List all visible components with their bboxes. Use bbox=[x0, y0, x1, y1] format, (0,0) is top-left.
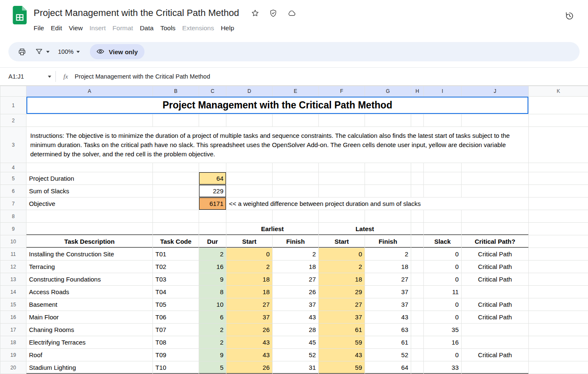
filter-views-button[interactable] bbox=[31, 44, 54, 59]
cell-J12[interactable]: Critical Path bbox=[462, 261, 529, 273]
row-header-3[interactable]: 3 bbox=[0, 127, 26, 163]
cell-A17[interactable]: Chaning Rooms bbox=[26, 324, 153, 336]
column-header-G[interactable]: G bbox=[365, 86, 411, 97]
zoom-control[interactable]: 100% bbox=[54, 44, 84, 59]
name-box[interactable]: A1:J1 bbox=[0, 73, 55, 80]
column-header-H[interactable]: H bbox=[411, 86, 424, 97]
cell-D17[interactable]: 26 bbox=[226, 324, 273, 336]
row-header-18[interactable]: 18 bbox=[0, 336, 26, 349]
row-header-8[interactable]: 8 bbox=[0, 210, 26, 223]
row-header-15[interactable]: 15 bbox=[0, 298, 26, 311]
cell-H16[interactable] bbox=[411, 311, 424, 324]
menu-tools[interactable]: Tools bbox=[157, 23, 179, 33]
cell-E5[interactable] bbox=[273, 172, 319, 185]
menu-data[interactable]: Data bbox=[136, 23, 157, 33]
cell-B6[interactable] bbox=[153, 185, 199, 198]
cell-E10[interactable]: Finish bbox=[273, 235, 319, 248]
row-header-12[interactable]: 12 bbox=[0, 261, 26, 273]
cell-H4[interactable] bbox=[411, 163, 424, 172]
cell-G10[interactable]: Finish bbox=[365, 235, 411, 248]
cell-B10[interactable]: Task Code bbox=[153, 235, 199, 248]
cell-C5[interactable]: 64 bbox=[199, 172, 226, 185]
cell-A3[interactable]: Instructions: The objective is to minimi… bbox=[26, 127, 529, 163]
cell-C8[interactable] bbox=[199, 210, 226, 223]
cell-J6[interactable] bbox=[462, 185, 529, 198]
cell-H12[interactable] bbox=[411, 261, 424, 273]
cell-D8[interactable] bbox=[226, 210, 273, 223]
cell-B19[interactable]: T09 bbox=[153, 349, 199, 361]
cell-E2[interactable] bbox=[273, 114, 319, 127]
cell-G14[interactable]: 37 bbox=[365, 286, 411, 298]
row-header-5[interactable]: 5 bbox=[0, 172, 26, 185]
cell-D6[interactable] bbox=[226, 185, 273, 198]
cell-J14[interactable] bbox=[462, 286, 529, 298]
cell-J15[interactable]: Critical Path bbox=[462, 298, 529, 311]
cell-A20[interactable]: Stadium Lighting bbox=[26, 361, 153, 374]
cell-H9[interactable] bbox=[411, 223, 424, 235]
cell-F8[interactable] bbox=[319, 210, 365, 223]
cell-B5[interactable] bbox=[153, 172, 199, 185]
cell-C7[interactable]: 6171 bbox=[199, 198, 226, 210]
column-header-D[interactable]: D bbox=[226, 86, 273, 97]
cell-H18[interactable] bbox=[411, 336, 424, 349]
formula-input[interactable]: Project Management with the Critical Pat… bbox=[75, 73, 210, 80]
cell-C4[interactable] bbox=[199, 163, 226, 172]
cell-J4[interactable] bbox=[462, 163, 529, 172]
cell-I19[interactable]: 0 bbox=[424, 349, 462, 361]
column-header-F[interactable]: F bbox=[319, 86, 365, 97]
cell-C12[interactable]: 16 bbox=[199, 261, 226, 273]
cell-K17[interactable] bbox=[529, 324, 588, 336]
cell-F15[interactable]: 27 bbox=[319, 298, 365, 311]
menu-edit[interactable]: Edit bbox=[47, 23, 66, 33]
cell-G5[interactable] bbox=[365, 172, 411, 185]
cell-E15[interactable]: 37 bbox=[273, 298, 319, 311]
cell-I6[interactable] bbox=[424, 185, 462, 198]
cell-B11[interactable]: T01 bbox=[153, 248, 199, 261]
cell-K4[interactable] bbox=[529, 163, 588, 172]
cell-F2[interactable] bbox=[319, 114, 365, 127]
shield-icon[interactable] bbox=[269, 9, 278, 18]
row-header-14[interactable]: 14 bbox=[0, 286, 26, 298]
cell-K14[interactable] bbox=[529, 286, 588, 298]
cell-B18[interactable]: T08 bbox=[153, 336, 199, 349]
cell-A11[interactable]: Installing the Construction Site bbox=[26, 248, 153, 261]
cell-A4[interactable] bbox=[26, 163, 153, 172]
cell-K19[interactable] bbox=[529, 349, 588, 361]
cell-G4[interactable] bbox=[365, 163, 411, 172]
cell-F4[interactable] bbox=[319, 163, 365, 172]
cell-G18[interactable]: 61 bbox=[365, 336, 411, 349]
cell-H17[interactable] bbox=[411, 324, 424, 336]
column-header-E[interactable]: E bbox=[273, 86, 319, 97]
cell-K11[interactable] bbox=[529, 248, 588, 261]
cell-E6[interactable] bbox=[273, 185, 319, 198]
cell-F5[interactable] bbox=[319, 172, 365, 185]
cell-E8[interactable] bbox=[273, 210, 319, 223]
cell-G20[interactable]: 64 bbox=[365, 361, 411, 374]
print-button[interactable] bbox=[13, 44, 31, 59]
cell-D4[interactable] bbox=[226, 163, 273, 172]
cell-K10[interactable] bbox=[529, 235, 588, 248]
cell-K6[interactable] bbox=[529, 185, 588, 198]
cell-J13[interactable]: Critical Path bbox=[462, 273, 529, 286]
cell-A15[interactable]: Basement bbox=[26, 298, 153, 311]
cell-A12[interactable]: Terracing bbox=[26, 261, 153, 273]
cell-I12[interactable]: 0 bbox=[424, 261, 462, 273]
cell-I8[interactable] bbox=[424, 210, 462, 223]
cell-B2[interactable] bbox=[153, 114, 199, 127]
cell-C15[interactable]: 10 bbox=[199, 298, 226, 311]
cell-J2[interactable] bbox=[462, 114, 529, 127]
cell-B16[interactable]: T06 bbox=[153, 311, 199, 324]
cell-A14[interactable]: Access Roads bbox=[26, 286, 153, 298]
cell-I14[interactable]: 11 bbox=[424, 286, 462, 298]
cell-C20[interactable]: 5 bbox=[199, 361, 226, 374]
cell-I11[interactable]: 0 bbox=[424, 248, 462, 261]
menu-format[interactable]: Format bbox=[109, 23, 136, 33]
row-header-4[interactable]: 4 bbox=[0, 163, 26, 172]
cell-F14[interactable]: 29 bbox=[319, 286, 365, 298]
row-header-10[interactable]: 10 bbox=[0, 235, 26, 248]
cell-J5[interactable] bbox=[462, 172, 529, 185]
cell-E18[interactable]: 45 bbox=[273, 336, 319, 349]
cell-K9[interactable] bbox=[529, 223, 588, 235]
cell-D5[interactable] bbox=[226, 172, 273, 185]
cell-K15[interactable] bbox=[529, 298, 588, 311]
